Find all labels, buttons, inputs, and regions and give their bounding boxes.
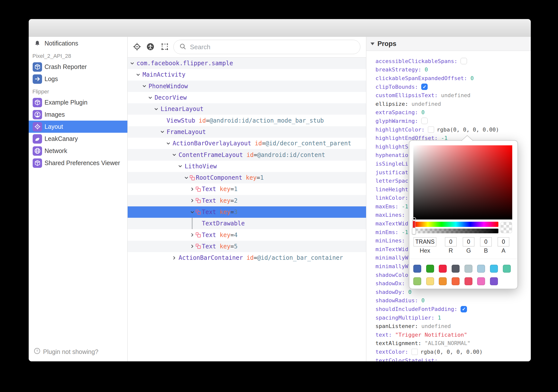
prop-checkbox[interactable] [461,58,467,64]
gradient-cursor[interactable] [412,217,416,221]
color-swatch[interactable] [452,277,460,285]
green-input[interactable] [463,237,474,246]
prop-value[interactable]: -1 [402,203,408,210]
bird-icon [33,134,42,144]
chevron-right-icon[interactable] [172,256,176,260]
sidebar-item-example-plugin[interactable]: Example Plugin [29,96,127,109]
chevron-right-icon[interactable] [190,198,194,203]
alpha-slider-handle[interactable] [412,228,416,234]
prop-value[interactable]: 0 [425,66,428,73]
prop-checkbox[interactable]: ✓ [461,306,467,312]
alpha-slider[interactable] [413,229,498,233]
prop-color-swatch[interactable] [428,127,434,133]
tree-node-decorview[interactable]: DecorView [128,92,366,103]
tree-node-phonewindow[interactable]: PhoneWindow [128,81,366,92]
blue-input[interactable] [480,237,492,246]
hex-input[interactable] [414,237,436,246]
sidebar-item-logs[interactable]: Logs [29,73,127,85]
tree-node-com-facebook-flipper-sample[interactable]: com.facebook.flipper.sample [128,58,366,69]
select-element-icon[interactable] [161,43,169,52]
hue-slider[interactable] [413,222,498,227]
sidebar-item-images[interactable]: Images [29,109,127,121]
tree-node-rootcomponent-1[interactable]: RootComponent key=1 [128,172,366,183]
color-swatch[interactable] [465,277,472,285]
search-field[interactable] [173,40,360,54]
color-swatch[interactable] [477,277,485,285]
prop-value[interactable]: 0 [408,289,411,295]
prop-value[interactable]: 0 [421,109,424,115]
chevron-down-icon[interactable] [184,176,188,180]
prop-checkbox[interactable] [421,118,428,124]
chevron-down-icon[interactable] [160,130,164,134]
prop-value[interactable]: 0 [470,75,474,81]
prop-value[interactable]: -1 [402,229,408,235]
color-swatch[interactable] [413,265,421,273]
chevron-down-icon[interactable] [142,84,146,88]
sidebar-item-crash-reporter[interactable]: Crash Reporter [29,61,127,73]
chevron-down-icon[interactable] [190,210,194,214]
color-swatch[interactable] [426,265,434,273]
plugin-not-showing-link[interactable]: ? Plugin not showing? [34,348,98,356]
tree-node-contentframelayout-android-id-content[interactable]: ContentFrameLayout id=@android:id/conten… [128,149,366,160]
saturation-value-gradient[interactable] [413,145,512,219]
tree-node-linearlayout[interactable]: LinearLayout [128,103,366,115]
tree-node-actionbaroverlaylayout-id-decor-content-parent[interactable]: ActionBarOverlayLayout id=@id/decor_cont… [128,138,366,149]
chevron-right-icon[interactable] [190,233,194,237]
prop-value[interactable]: undefined [412,101,441,107]
tree-node-text-5[interactable]: Text key=5 [128,241,366,252]
sidebar-item-layout[interactable]: Layout [29,121,127,133]
chevron-right-icon[interactable] [190,244,194,248]
color-swatch[interactable] [452,265,460,273]
chevron-down-icon[interactable] [130,61,134,65]
props-header[interactable]: Props [366,37,531,51]
tree-node-text-3[interactable]: Text key=3 [128,206,366,218]
color-swatch[interactable] [426,277,434,285]
tree-node-lithoview[interactable]: LithoView [128,161,366,172]
color-swatch[interactable] [439,265,447,273]
target-mode-icon[interactable] [133,42,141,52]
sidebar-item-shared-preferences-viewer[interactable]: Shared Preferences Viewer [29,157,127,169]
prop-value[interactable]: 1 [438,315,441,321]
tree-node-name: LithoView [185,163,217,170]
prop-value[interactable]: rgba(0, 0, 0, 0.00) [420,349,483,355]
hue-slider-handle[interactable] [413,221,415,228]
red-input[interactable] [445,237,457,246]
chevron-down-icon[interactable] [136,73,140,77]
color-swatch[interactable] [490,277,498,285]
alpha-input[interactable] [498,237,509,246]
color-swatch[interactable] [439,277,447,285]
color-swatch[interactable] [413,277,421,285]
chevron-down-icon[interactable] [148,96,152,100]
tree-node-textdrawable[interactable]: TextDrawable [128,218,366,229]
prop-value[interactable]: 0 [421,297,424,304]
sidebar-item-leakcanary[interactable]: LeakCanary [29,133,127,145]
props-title: Props [377,40,396,48]
prop-value[interactable]: "ALIGN_NORMAL" [425,340,470,346]
tree-node-text-2[interactable]: Text key=2 [128,195,366,206]
prop-color-swatch[interactable] [412,349,418,355]
search-input[interactable] [189,43,358,51]
chevron-down-icon[interactable] [172,153,176,157]
chevron-down-icon[interactable] [154,107,158,111]
tree-node-text-4[interactable]: Text key=4 [128,229,366,240]
chevron-down-icon[interactable] [166,141,170,146]
color-swatch[interactable] [465,265,472,273]
tree-node-actionbarcontainer-id-action-bar-container[interactable]: ActionBarContainer id=@id/action_bar_con… [128,252,366,263]
color-swatch[interactable] [477,265,485,273]
prop-checkbox[interactable]: ✓ [421,84,428,90]
prop-value[interactable]: rgba(0, 0, 0, 0.00) [437,127,499,133]
sidebar-item-network[interactable]: Network [29,145,127,157]
chevron-right-icon[interactable] [190,187,194,191]
tree-node-viewstub-android-id-action-mode-bar-stub[interactable]: ViewStub id=@android:id/action_mode_bar_… [128,115,366,126]
tree-node-text-1[interactable]: Text key=1 [128,183,366,195]
sidebar-item-notifications[interactable]: Notifications [29,37,127,49]
tree-node-mainactivity[interactable]: MainActivity [128,69,366,80]
prop-value[interactable]: undefined [441,92,470,98]
color-swatch[interactable] [503,265,511,273]
chevron-down-icon[interactable] [178,164,182,168]
tree-node-framelayout[interactable]: FrameLayout [128,126,366,138]
accessibility-mode-icon[interactable] [146,43,155,52]
prop-value[interactable]: undefined [421,323,451,329]
prop-value[interactable]: "Trigger Notification" [395,332,467,338]
color-swatch[interactable] [490,265,498,273]
